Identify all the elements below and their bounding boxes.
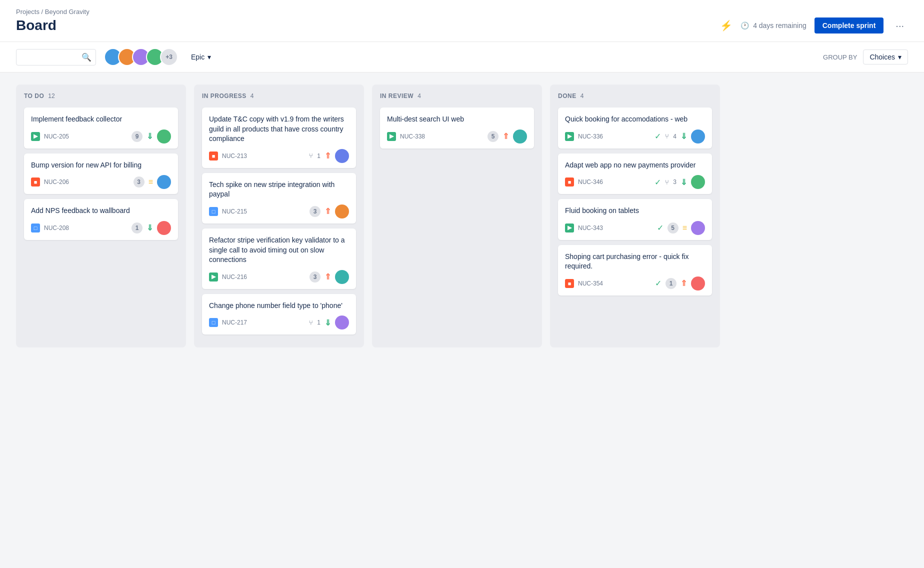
issue-type-icon: □ [209,207,218,216]
card-footer: □NUC-217⑂1⇓ [209,316,349,330]
column-inprogress: IN PROGRESS4Update T&C copy with v1.9 fr… [194,84,364,348]
card[interactable]: Fluid booking on tablets▶NUC-343✓5≡ [558,199,712,240]
issue-id: NUC-354 [578,280,603,287]
card-footer: ■NUC-354✓1⇑ [565,276,705,290]
assignee-avatar [691,276,705,290]
card[interactable]: Adapt web app no new payments provider■N… [558,154,712,194]
issue-type-icon: ▶ [209,272,218,282]
card-footer: ▶NUC-2163⇑ [209,270,349,284]
issue-type-icon: ■ [565,279,574,288]
issue-id: NUC-206 [44,178,69,186]
column-count: 12 [48,92,54,100]
column-count: 4 [580,92,584,100]
column-inreview: IN REVIEW4Multi-dest search UI web▶NUC-3… [372,84,542,348]
branch-count: 3 [673,178,676,186]
priority-icon: ⇓ [680,178,687,187]
priority-icon: ≡ [148,178,153,186]
issue-type-icon: ■ [31,178,40,186]
card-meta: ▶NUC-336 [565,132,603,141]
checkmark-icon: ✓ [654,132,661,141]
story-points-badge: 1 [132,222,142,234]
card-right: 3⇑ [310,204,349,218]
column-count: 4 [250,92,254,100]
page-title: Board [16,18,56,34]
chevron-down-icon: ▾ [208,53,211,61]
checkmark-icon: ✓ [657,223,664,232]
checkmark-icon: ✓ [654,178,661,187]
assignee-avatar [335,270,349,284]
issue-type-icon: □ [209,318,218,327]
epic-filter-button[interactable]: Epic ▾ [186,50,216,64]
issue-type-icon: ▶ [31,132,40,141]
card-meta: ▶NUC-343 [565,224,603,232]
priority-icon: ⇑ [324,272,331,282]
card-right: 1⇓ [132,221,171,235]
sprint-info: 🕐 4 days remaining [740,22,806,30]
priority-icon: ⇓ [146,223,153,232]
card[interactable]: Add NPS feedback to wallboard□NUC-2081⇓ [24,199,178,240]
story-points-badge: 3 [310,272,320,282]
issue-type-icon: ▶ [565,132,574,141]
issue-id: NUC-213 [222,152,247,160]
lightning-icon: ⚡ [720,20,732,32]
clock-icon: 🕐 [740,22,749,30]
card-footer: ▶NUC-336✓⑂4⇓ [565,130,705,144]
card[interactable]: Multi-dest search UI web▶NUC-3385⇑ [380,108,534,148]
card[interactable]: Bump version for new API for billing■NUC… [24,154,178,194]
issue-type-icon: ■ [565,178,574,186]
assignee-avatar [335,149,349,163]
card-right: ✓1⇑ [655,276,705,290]
issue-id: NUC-343 [578,224,603,232]
branch-count: 1 [317,152,320,160]
issue-id: NUC-217 [222,319,247,326]
search-input[interactable] [22,53,82,61]
days-remaining: 4 days remaining [753,22,806,30]
card[interactable]: Quick booking for accomodations - web▶NU… [558,108,712,148]
card-meta: ■NUC-346 [565,178,603,186]
card-meta: ■NUC-213 [209,152,247,160]
card-right: ⑂1⇑ [309,149,349,163]
more-options-button[interactable]: ··· [892,18,908,34]
assignee-avatar [513,130,527,144]
branch-count: 4 [673,133,676,140]
story-points-badge: 5 [668,222,678,234]
search-icon: 🔍 [82,52,92,62]
card[interactable]: Tech spike on new stripe integration wit… [202,173,356,224]
issue-id: NUC-205 [44,133,69,140]
choices-label: Choices [870,53,895,61]
card-footer: ▶NUC-3385⇑ [387,130,527,144]
card-right: 3≡ [134,175,171,189]
priority-icon: ⇓ [680,132,687,141]
assignee-avatar [691,175,705,189]
card-title: Bump version for new API for billing [31,160,171,170]
card-title: Adapt web app no new payments provider [565,160,705,170]
card-meta: □NUC-215 [209,207,247,216]
priority-icon: ⇑ [324,206,331,216]
card[interactable]: Update T&C copy with v1.9 from the write… [202,108,356,168]
branch-count: 1 [317,319,320,326]
issue-id: NUC-346 [578,178,603,186]
branch-icon: ⑂ [665,178,669,186]
chevron-down-icon: ▾ [898,53,902,61]
column-title: IN REVIEW [380,92,414,100]
card-footer: ▶NUC-2059⇓ [31,130,171,144]
card[interactable]: Implement feedback collector▶NUC-2059⇓ [24,108,178,148]
search-box[interactable]: 🔍 [16,49,96,66]
card-right: 5⇑ [488,130,527,144]
card-footer: ■NUC-2063≡ [31,175,171,189]
toolbar-left: 🔍 +3 Epic ▾ [16,48,216,66]
story-points-badge: 3 [134,176,144,188]
card-right: ✓⑂4⇓ [654,130,705,144]
avatar-count[interactable]: +3 [160,48,178,66]
card-title: Fluid booking on tablets [565,206,705,216]
complete-sprint-button[interactable]: Complete sprint [814,18,884,34]
card-title: Add NPS feedback to wallboard [31,206,171,216]
choices-dropdown[interactable]: Choices ▾ [863,50,908,64]
card-meta: ▶NUC-338 [387,132,425,141]
card-right: ✓5≡ [657,221,705,235]
card[interactable]: Refactor stripe verification key validat… [202,228,356,289]
card-title: Quick booking for accomodations - web [565,114,705,124]
avatar-group: +3 [104,48,178,66]
card[interactable]: Change phone number field type to 'phone… [202,294,356,335]
card[interactable]: Shoping cart purchasing error - quick fi… [558,245,712,296]
